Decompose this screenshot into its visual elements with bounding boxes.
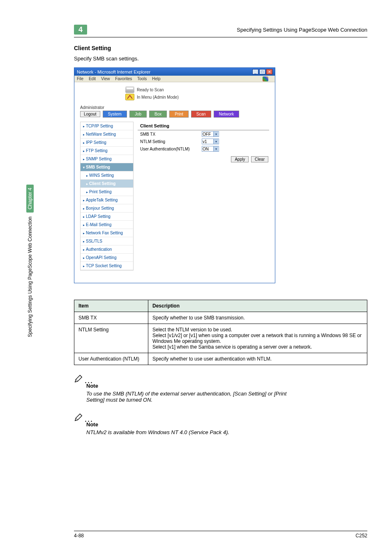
maximize-icon[interactable]: □: [259, 69, 265, 74]
td-desc: Specify whether to use SMB transmission.: [148, 312, 367, 324]
sidebar-item[interactable]: FTP Setting: [81, 147, 133, 155]
sidebar-item[interactable]: LDAP Setting: [81, 213, 133, 221]
ntlm-select[interactable]: v1▾: [202, 139, 219, 144]
description-table: Item Description SMB TX Specify whether …: [74, 300, 367, 365]
menu-help[interactable]: Help: [152, 76, 161, 81]
td-desc: Specify whether to use user authenticati…: [148, 353, 367, 365]
sidebar-item[interactable]: E-Mail Setting: [81, 221, 133, 229]
sidebar-item[interactable]: SSL/TLS: [81, 237, 133, 245]
td-item: NTLM Setting: [74, 324, 148, 353]
footer: 4-88 C252: [74, 531, 367, 539]
sidebar-subitem-client[interactable]: Client Setting: [81, 180, 133, 188]
minimize-icon[interactable]: _: [252, 69, 258, 74]
sidebar-subitem[interactable]: Print Setting: [81, 188, 133, 196]
sidebar-subitem[interactable]: WINS Setting: [81, 171, 133, 180]
tab-box[interactable]: Box: [149, 111, 167, 118]
menubar: File Edit View Favorites Tools Help: [74, 76, 275, 82]
chapter-badge: 4: [74, 25, 87, 35]
logout-button[interactable]: Logout: [80, 111, 100, 117]
sidebar-item[interactable]: Bonjour Setting: [81, 204, 133, 213]
note-heading: Note: [86, 383, 367, 389]
note-body: NTLMv2 is available from Windows NT 4.0 …: [86, 429, 292, 435]
note-body: To use the SMB (NTLM) of the external se…: [86, 391, 292, 403]
browser-window: Network - Microsoft Internet Explorer _ …: [74, 67, 275, 283]
running-title: Specifying Settings Using PageScope Web …: [27, 217, 33, 337]
status-ready: Ready to Scan: [137, 88, 164, 92]
chevron-down-icon: ▾: [213, 146, 218, 151]
chevron-down-icon: ▾: [213, 132, 218, 136]
apply-button[interactable]: Apply: [231, 156, 249, 162]
section-intro: Specify SMB scan settings.: [74, 56, 367, 62]
model-number: C252: [355, 533, 367, 539]
sidebar: TCP/IP Setting NetWare Setting IPP Setti…: [80, 122, 134, 271]
pencil-icon: [74, 413, 83, 422]
form-label: User Authentication(NTLM): [140, 147, 202, 151]
tab-print[interactable]: Print: [169, 111, 189, 118]
titlebar: Network - Microsoft Internet Explorer _ …: [74, 68, 275, 76]
main-panel: Client Setting SMB TX OFF▾ NTLM Setting …: [138, 122, 269, 271]
sidebar-item[interactable]: NetWare Setting: [81, 130, 133, 139]
menu-view[interactable]: View: [101, 76, 110, 81]
td-item: User Authentication (NTLM): [74, 353, 148, 365]
windows-flag-icon: [263, 76, 268, 81]
printer-icon: [125, 86, 134, 93]
tab-system[interactable]: System: [103, 111, 127, 118]
running-header: Specifying Settings Using PageScope Web …: [27, 185, 33, 337]
form-label: NTLM Setting: [140, 139, 202, 144]
sidebar-item-smb[interactable]: SMB Setting: [81, 163, 133, 171]
sidebar-item[interactable]: Network Fax Setting: [81, 229, 133, 237]
window-title: Network - Microsoft Internet Explorer: [77, 69, 150, 74]
smb-tx-select[interactable]: OFF▾: [202, 131, 219, 137]
section-heading: Client Setting: [74, 45, 367, 51]
table-row: SMB TX Specify whether to use SMB transm…: [74, 312, 367, 324]
td-desc: Select the NTLM version to be used. Sele…: [148, 324, 367, 353]
clear-button[interactable]: Clear: [251, 156, 268, 162]
tab-network[interactable]: Network: [214, 111, 240, 118]
user-auth-select[interactable]: ON▾: [202, 146, 219, 152]
admin-mode-icon: [125, 94, 134, 100]
td-item: SMB TX: [74, 312, 148, 324]
tab-job[interactable]: Job: [129, 111, 147, 118]
page-number: 4-88: [74, 533, 84, 539]
sidebar-item[interactable]: OpenAPI Setting: [81, 254, 133, 262]
menu-favorites[interactable]: Favorites: [115, 76, 132, 81]
page-header-title: Specifying Settings Using PageScope Web …: [237, 27, 367, 33]
running-chapter: Chapter 4: [26, 185, 34, 213]
form-label: SMB TX: [140, 132, 202, 136]
note-heading: Note: [86, 421, 367, 428]
th-desc: Description: [148, 300, 367, 312]
sidebar-item[interactable]: TCP/IP Setting: [81, 122, 133, 130]
menu-edit[interactable]: Edit: [89, 76, 96, 81]
sidebar-item[interactable]: TCP Socket Setting: [81, 262, 133, 270]
admin-label: Administrator: [80, 105, 269, 110]
panel-title: Client Setting: [138, 122, 269, 130]
menu-file[interactable]: File: [77, 76, 83, 81]
close-icon[interactable]: ✕: [266, 69, 272, 74]
sidebar-item[interactable]: SNMP Setting: [81, 155, 133, 163]
window-buttons: _ □ ✕: [252, 69, 272, 74]
tab-scan[interactable]: Scan: [191, 111, 211, 118]
status-mode: In Menu (Admin Mode): [137, 95, 179, 99]
pencil-icon: [74, 374, 83, 383]
menu-tools[interactable]: Tools: [137, 76, 147, 81]
table-row: NTLM Setting Select the NTLM version to …: [74, 324, 367, 353]
sidebar-item[interactable]: Authentication: [81, 245, 133, 254]
sidebar-item[interactable]: AppleTalk Setting: [81, 196, 133, 204]
th-item: Item: [74, 300, 148, 312]
table-row: User Authentication (NTLM) Specify wheth…: [74, 353, 367, 365]
sidebar-item[interactable]: IPP Setting: [81, 139, 133, 147]
chevron-down-icon: ▾: [213, 139, 218, 144]
